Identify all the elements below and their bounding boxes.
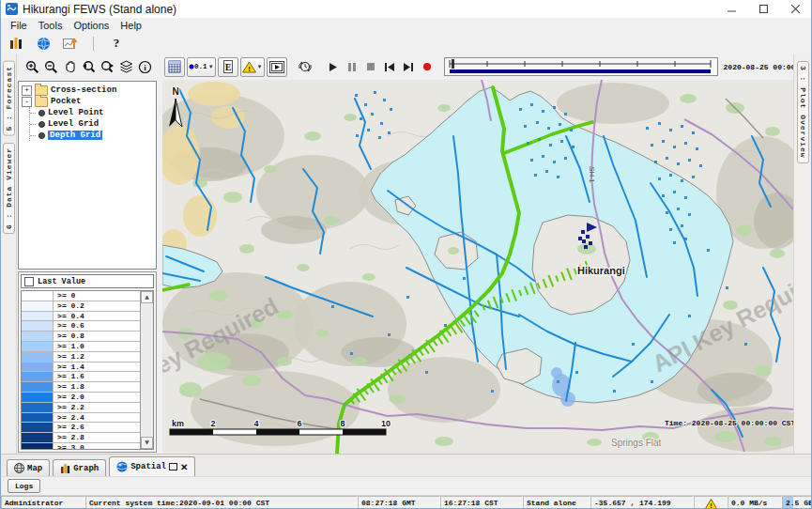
tree-item-level-grid[interactable]: Level Grid <box>30 118 156 130</box>
pan-icon[interactable] <box>60 57 79 76</box>
collapse-icon[interactable]: - <box>22 97 32 107</box>
legend-row[interactable]: >= 0 <box>22 291 140 301</box>
close-button[interactable] <box>779 0 811 18</box>
tab-plot-overview[interactable]: 3 : Plot Overview <box>797 61 809 163</box>
movie-icon[interactable] <box>267 57 287 77</box>
record-icon[interactable] <box>418 57 437 76</box>
step-forward-icon[interactable] <box>399 57 418 76</box>
legend-row[interactable]: >= 2.8 <box>22 433 140 443</box>
warning-dropdown[interactable]: ! ▼ <box>240 57 265 77</box>
title-bar: Hikurangi FEWS (Stand alone) <box>1 0 811 18</box>
legend-panel: Last Value >= 0>= 0.2>= 0.4>= 0.6>= 0.8>… <box>18 271 157 453</box>
scale-tick: 8 <box>341 419 345 428</box>
step-back-icon[interactable] <box>380 57 399 76</box>
menu-help[interactable]: Help <box>115 20 147 31</box>
time-series-display-icon[interactable] <box>7 34 25 53</box>
status-system-time: Current system time:2020-09-01 00:00 CST <box>85 496 358 509</box>
legend-row[interactable]: >= 1.4 <box>22 362 140 373</box>
tab-label: Map <box>27 464 42 473</box>
zoom-next-icon[interactable] <box>98 57 116 76</box>
legend-row[interactable]: >= 2.6 <box>22 423 140 433</box>
menu-file[interactable]: File <box>5 20 33 31</box>
legend-swatch <box>22 362 54 372</box>
legend-swatch <box>22 321 54 331</box>
logs-button[interactable]: Logs <box>8 479 40 493</box>
legend-row[interactable]: >= 3.0 <box>22 443 140 449</box>
status-coordinates: -35.657 , 174.199 <box>590 496 694 509</box>
zoom-in-icon[interactable] <box>23 57 41 76</box>
scale-tick: 2 <box>211 419 216 428</box>
pause-icon[interactable] <box>343 57 361 76</box>
help-icon[interactable]: ? <box>107 34 126 53</box>
tab-graph[interactable]: Graph <box>53 459 106 476</box>
legend-swatch <box>22 403 54 412</box>
info-icon[interactable]: i <box>135 57 154 76</box>
forecast-dialog-icon[interactable] <box>61 34 80 53</box>
legend-row[interactable]: >= 2.0 <box>22 393 140 403</box>
tab-spatial[interactable]: Spatial ✕ <box>109 456 195 476</box>
globe-wire-icon <box>14 463 24 473</box>
stop-icon[interactable] <box>361 57 380 76</box>
legend-swatch <box>22 443 54 449</box>
menu-options[interactable]: Options <box>68 20 115 31</box>
tree-item-depth-grid[interactable]: Depth Grid <box>30 130 156 141</box>
legend-row[interactable]: >= 2.4 <box>22 413 140 424</box>
tab-map[interactable]: Map <box>7 459 50 476</box>
zoom-out-icon[interactable] <box>41 57 60 76</box>
legend-row[interactable]: >= 1.0 <box>22 342 140 352</box>
layers-icon[interactable] <box>116 57 135 76</box>
legend-row[interactable]: >= 1.6 <box>22 372 140 382</box>
legend-row[interactable]: >= 0.8 <box>22 332 140 342</box>
legend-row[interactable]: >= 1.2 <box>22 352 140 362</box>
scroll-up-icon[interactable]: ▲ <box>141 291 153 303</box>
scroll-down-icon[interactable]: ▼ <box>141 437 153 449</box>
status-gmt-time: 08:27:18 GMT <box>358 496 440 509</box>
toolbar-separator <box>93 37 94 51</box>
status-bar: Administrator Current system time:2020-0… <box>1 495 811 509</box>
last-value-checkbox[interactable] <box>24 277 34 286</box>
zoom-previous-icon[interactable] <box>79 57 98 76</box>
legend-row[interactable]: >= 0.6 <box>22 321 140 332</box>
map-view[interactable]: API Key Required API Key Required Hikura… <box>162 80 793 454</box>
legend-row[interactable]: >= 1.8 <box>22 382 140 393</box>
close-tab-icon[interactable]: ✕ <box>180 462 188 472</box>
legend-label: >= 2.8 <box>54 433 140 442</box>
legend-scrollbar[interactable]: ▲ ▼ <box>140 291 153 449</box>
app-icon <box>6 3 18 15</box>
labels-icon[interactable]: E <box>218 57 238 77</box>
bottom-tab-bar: Map Graph Spatial ✕ <box>1 454 811 476</box>
tab-data-viewer[interactable]: 6 : Data Viewer <box>3 143 15 234</box>
legend-row[interactable]: >= 2.2 <box>22 403 140 413</box>
legend-label: >= 2.4 <box>54 413 140 423</box>
svg-text:E: E <box>224 62 231 72</box>
legend-swatch <box>22 433 54 442</box>
expand-icon[interactable]: + <box>22 85 32 96</box>
last-value-option[interactable]: Last Value <box>21 274 154 288</box>
tree-item-cross-section[interactable]: + Cross-section <box>22 85 156 96</box>
status-mode: Stand alone <box>523 496 590 509</box>
status-memory: 2.5 GB <box>782 496 812 509</box>
tree-item-level-point[interactable]: Level Point <box>30 107 156 118</box>
grid-icon[interactable] <box>164 57 185 77</box>
minimize-button[interactable] <box>715 0 747 18</box>
timeline-slider[interactable] <box>444 57 718 76</box>
map-canvas[interactable]: API Key Required API Key Required Hikura… <box>162 80 793 454</box>
legend-row[interactable]: >= 0.2 <box>22 301 140 312</box>
play-icon[interactable] <box>324 57 343 76</box>
tree-item-pocket[interactable]: - Pocket <box>22 96 156 107</box>
tab-label: Graph <box>73 464 99 473</box>
tab-forecast[interactable]: 5 : Forecast <box>3 61 15 136</box>
map-display-icon[interactable] <box>34 34 53 53</box>
legend-label: >= 0 <box>54 291 140 301</box>
maximize-tab-icon[interactable] <box>169 463 177 470</box>
maximize-button[interactable] <box>747 0 779 18</box>
menu-tools[interactable]: Tools <box>33 20 69 31</box>
animation-settings-icon[interactable] <box>296 57 314 76</box>
interval-dropdown[interactable]: 0.1 ▼ <box>187 57 215 77</box>
legend-row[interactable]: >= 0.4 <box>22 312 140 322</box>
legend-swatch <box>22 352 54 362</box>
scale-tick: 10 <box>381 419 391 428</box>
legend-label: >= 1.2 <box>54 352 140 362</box>
legend-label: >= 0.4 <box>54 312 140 321</box>
city-label: Hikurangi <box>577 265 625 276</box>
